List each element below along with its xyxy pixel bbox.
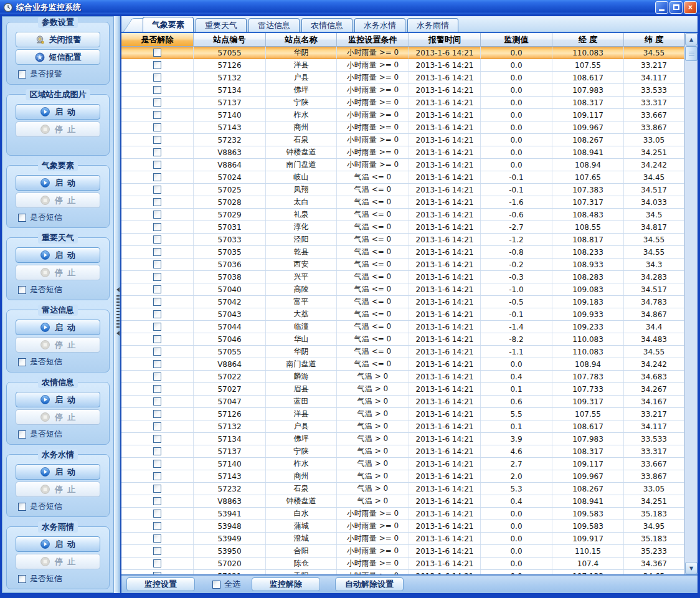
row-deselect-checkbox[interactable]	[153, 497, 161, 505]
table-row[interactable]: 57024岐山气温 <= 02013-1-6 14:21-0.1107.6534…	[121, 171, 684, 184]
col-header-latitude[interactable]: 纬 度	[624, 33, 684, 47]
row-deselect-checkbox[interactable]	[153, 61, 161, 69]
tab-agri-info[interactable]: 农情信息	[301, 18, 352, 32]
table-row[interactable]: 57143商州气温 > 02013-1-6 14:212.0109.96733.…	[121, 470, 684, 483]
table-row[interactable]: 57047蓝田气温 > 02013-1-6 14:210.6109.31734.…	[121, 396, 684, 408]
scroll-down-button[interactable]: ▼	[685, 562, 698, 574]
col-header-condition[interactable]: 监控设置条件	[337, 33, 409, 47]
splitter-grip[interactable]	[115, 287, 120, 336]
table-row[interactable]: 57042富平气温 <= 02013-1-6 14:21-0.5109.1833…	[121, 296, 684, 308]
table-row[interactable]: 57126洋县气温 > 02013-1-6 14:215.5107.5533.2…	[121, 408, 684, 420]
collapse-left-icon[interactable]	[116, 287, 120, 292]
maximize-button[interactable]	[669, 1, 683, 14]
scrollbar-track[interactable]	[685, 61, 698, 562]
sms-radar-info-checkbox[interactable]	[18, 358, 26, 366]
row-deselect-checkbox[interactable]	[153, 310, 161, 318]
col-header-deselect[interactable]: 是否解除	[121, 33, 194, 47]
row-deselect-checkbox[interactable]	[153, 323, 161, 331]
auto-release-settings-button[interactable]: 自动解除设置	[335, 577, 404, 591]
close-alarm-button[interactable]: 关闭报警	[16, 32, 100, 47]
col-header-alarm-time[interactable]: 报警时间	[409, 33, 481, 47]
table-row[interactable]: 57140柞水小时雨量 >= 02013-1-6 14:210.0109.117…	[121, 109, 684, 121]
table-row[interactable]: V8863钟楼盘道小时雨量 >= 02013-1-6 14:210.0108.9…	[121, 146, 684, 159]
alarm-enabled-checkbox[interactable]	[18, 70, 26, 78]
row-deselect-checkbox[interactable]	[153, 534, 161, 543]
col-header-longitude[interactable]: 经 度	[552, 33, 624, 47]
stop-button-water-level[interactable]: 停 止	[16, 482, 100, 497]
sms-weather-elements-checkbox[interactable]	[18, 214, 26, 222]
table-row[interactable]: 57028太白气温 <= 02013-1-6 14:21-1.6107.3173…	[121, 196, 684, 209]
table-row[interactable]: 57143商州小时雨量 >= 02013-1-6 14:210.0109.967…	[121, 121, 684, 134]
stop-button-radar-info[interactable]: 停 止	[16, 337, 100, 353]
table-row[interactable]: 57040高陵气温 <= 02013-1-6 14:21-1.0109.0833…	[121, 283, 684, 296]
row-deselect-checkbox[interactable]	[153, 123, 161, 131]
row-deselect-checkbox[interactable]	[153, 49, 161, 57]
sms-water-rain-checkbox[interactable]	[18, 575, 26, 583]
row-deselect-checkbox[interactable]	[153, 223, 161, 231]
row-deselect-checkbox[interactable]	[153, 348, 161, 356]
row-deselect-checkbox[interactable]	[153, 447, 161, 455]
table-row[interactable]: V8863钟楼盘道气温 > 02013-1-6 14:210.4108.9413…	[121, 495, 684, 508]
start-button-region-image[interactable]: 启 动	[16, 104, 100, 120]
scrollbar-thumb[interactable]	[685, 46, 698, 61]
stop-button-agri-info[interactable]: 停 止	[16, 409, 100, 425]
row-deselect-checkbox[interactable]	[153, 74, 161, 82]
stop-button-water-rain[interactable]: 停 止	[16, 554, 100, 569]
table-row[interactable]: 57020陈仓小时雨量 >= 02013-1-6 14:210.0107.434…	[121, 558, 684, 570]
row-deselect-checkbox[interactable]	[153, 235, 161, 244]
row-deselect-checkbox[interactable]	[153, 559, 161, 567]
row-deselect-checkbox[interactable]	[153, 86, 161, 94]
row-deselect-checkbox[interactable]	[153, 435, 161, 443]
table-row[interactable]: 57137宁陕气温 > 02013-1-6 14:214.6108.31733.…	[121, 445, 684, 458]
table-row[interactable]: 57025凤翔气温 <= 02013-1-6 14:21-0.1107.3833…	[121, 184, 684, 196]
row-deselect-checkbox[interactable]	[153, 198, 161, 206]
row-deselect-checkbox[interactable]	[153, 148, 161, 156]
table-row[interactable]: 57232石泉气温 > 02013-1-6 14:215.3108.26733.…	[121, 483, 684, 495]
monitor-settings-button[interactable]: 监控设置	[126, 577, 195, 591]
table-row[interactable]: 53949澄城小时雨量 >= 02013-1-6 14:210.0109.917…	[121, 533, 684, 545]
tab-radar-info[interactable]: 雷达信息	[248, 18, 300, 32]
row-deselect-checkbox[interactable]	[153, 111, 161, 119]
table-row[interactable]: 57232石泉小时雨量 >= 02013-1-6 14:210.0108.267…	[121, 134, 684, 146]
row-deselect-checkbox[interactable]	[153, 510, 161, 518]
table-row[interactable]: 57043大荔气温 <= 02013-1-6 14:21-0.1109.9333…	[121, 308, 684, 321]
row-deselect-checkbox[interactable]	[153, 485, 161, 493]
stop-button-important-weather[interactable]: 停 止	[16, 265, 100, 280]
table-row[interactable]: 53950合阳小时雨量 >= 02013-1-6 14:210.0110.153…	[121, 545, 684, 558]
table-row[interactable]: 53941白水小时雨量 >= 02013-1-6 14:210.0109.583…	[121, 508, 684, 520]
table-row[interactable]: V8864南门盘道小时雨量 >= 02013-1-6 14:210.0108.9…	[121, 159, 684, 171]
start-button-water-rain[interactable]: 启 动	[16, 536, 100, 552]
start-button-water-level[interactable]: 启 动	[16, 464, 100, 480]
row-deselect-checkbox[interactable]	[153, 186, 161, 194]
close-button[interactable]: ×	[684, 1, 697, 14]
start-button-radar-info[interactable]: 启 动	[16, 320, 100, 335]
table-row[interactable]: 57132户县小时雨量 >= 02013-1-6 14:210.0108.617…	[121, 72, 684, 84]
sidebar-splitter[interactable]	[114, 16, 121, 593]
tab-water-level[interactable]: 水务水情	[354, 18, 405, 32]
vertical-scrollbar[interactable]: ▲ ▼	[684, 33, 698, 574]
sms-water-level-checkbox[interactable]	[18, 503, 26, 511]
row-deselect-checkbox[interactable]	[153, 547, 161, 555]
stop-button-weather-elements[interactable]: 停 止	[16, 192, 100, 208]
table-row[interactable]: 57132户县气温 > 02013-1-6 14:210.1108.61734.…	[121, 420, 684, 433]
row-deselect-checkbox[interactable]	[153, 460, 161, 468]
table-row[interactable]: 53948蒲城小时雨量 >= 02013-1-6 14:210.0109.583…	[121, 520, 684, 533]
row-deselect-checkbox[interactable]	[153, 360, 161, 368]
table-row[interactable]: 57029礼泉气温 <= 02013-1-6 14:21-0.6108.4833…	[121, 209, 684, 221]
sms-agri-info-checkbox[interactable]	[18, 430, 26, 439]
row-deselect-checkbox[interactable]	[153, 472, 161, 480]
sms-config-button[interactable]: 短信配置	[16, 49, 100, 65]
row-deselect-checkbox[interactable]	[153, 161, 161, 169]
tab-weather-elements[interactable]: 气象要素	[143, 17, 194, 32]
table-row[interactable]: 57134佛坪气温 > 02013-1-6 14:213.9107.98333.…	[121, 433, 684, 445]
row-deselect-checkbox[interactable]	[153, 248, 161, 256]
select-all-checkbox[interactable]	[212, 581, 220, 589]
row-deselect-checkbox[interactable]	[153, 335, 161, 343]
collapse-left-icon[interactable]	[116, 331, 120, 336]
table-row[interactable]: 57137宁陕小时雨量 >= 02013-1-6 14:210.0108.317…	[121, 97, 684, 109]
row-deselect-checkbox[interactable]	[153, 522, 161, 530]
row-deselect-checkbox[interactable]	[153, 397, 161, 406]
row-deselect-checkbox[interactable]	[153, 98, 161, 107]
row-deselect-checkbox[interactable]	[153, 373, 161, 381]
table-row[interactable]: 57055华阴气温 <= 02013-1-6 14:21-1.1110.0833…	[121, 346, 684, 358]
